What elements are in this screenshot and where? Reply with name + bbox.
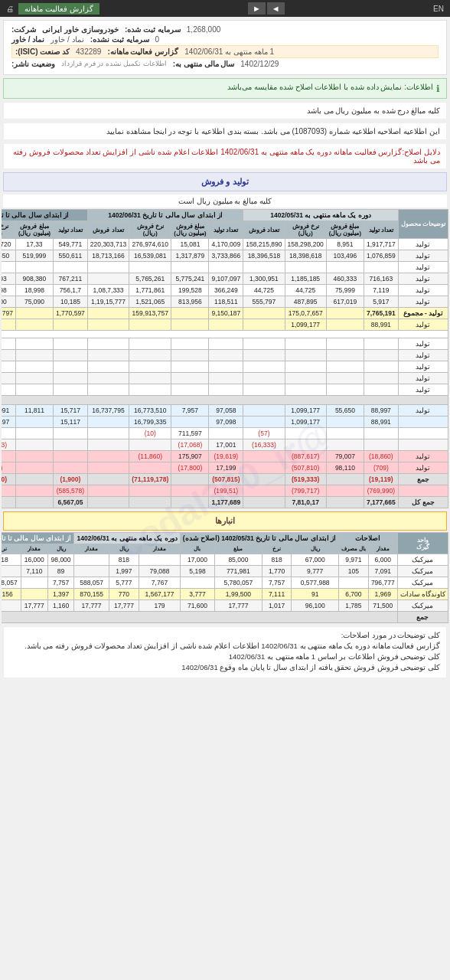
table-row: تولید	[2, 384, 448, 396]
row-type: تولید	[398, 319, 448, 331]
table-row: تولید	[2, 262, 448, 273]
th-count3: تعداد تولید	[54, 221, 88, 239]
th-count2: تعداد تولید	[209, 221, 243, 239]
codex-value: 432289	[76, 47, 101, 56]
fiscal-label: سال مالی منتهی به:	[173, 60, 235, 68]
footer-note-2: گزارس فعالیت ماهانه دوره یک ماهه منتهی ب…	[10, 642, 440, 650]
codex-label: کد صنعت (ISIC):	[15, 47, 70, 56]
table-row: میرکبک 6,0009,971 67,00081885,00017,000 …	[2, 554, 448, 566]
th-prev-amt: مبلغ	[215, 544, 262, 554]
company-name: خودروسازی خاور ایرانی	[42, 25, 119, 34]
nav-prev-button[interactable]: ◄	[267, 2, 285, 15]
col-group-period3: از ابتدای سال مالی تا تاریخ 1402/06/31	[2, 210, 87, 221]
col-type: توضیحات محصول	[398, 210, 448, 239]
period-value: 1 ماهه منتهی به 1402/06/31	[184, 47, 274, 56]
company-info-section: 1,268,000 سرمایه ثبت شده: خودروسازی خاور…	[3, 20, 447, 75]
th-sold2: تعداد فروش	[87, 221, 129, 239]
alert-text: اطلاعات: نمایش داده شده با اطلاعات اصلاح…	[227, 83, 433, 91]
table-row: تولید (709)98,110 (507,810) 17,199(17,80…	[2, 462, 448, 474]
table-row: تولید 1,917,7178,951158,298,200158,215,8…	[2, 239, 448, 250]
th-mon-rial: ریال	[109, 544, 139, 554]
col-unit: واحدگیرک	[397, 533, 448, 554]
section2-title: انبارها	[3, 511, 447, 531]
th-adj-qty: مقدار	[368, 544, 397, 554]
section1-title: تولید و فروش	[3, 172, 447, 191]
table-row-summary: تولید - مجموع 7,765,191175,0,7,657 9,150…	[2, 308, 448, 319]
table-row: کاوندگاه سادات 1,9696,700 917,1111,99,50…	[2, 589, 448, 600]
table-row	[2, 331, 448, 338]
table-row: (769,990) (799,717) (199,51) (585,578)	[2, 485, 448, 497]
table-row: تولید 7,11975,99944,72544,725 366,249199…	[2, 285, 448, 296]
th-count1: تعداد تولید	[364, 221, 398, 239]
row-type: تولید - مجموع	[398, 308, 448, 319]
row-type: تولید	[398, 405, 448, 416]
table-row: (16,333)17,001 (17,068) (16,333)171,001 …	[2, 439, 448, 451]
th-mon-bal: مقدار	[74, 544, 109, 554]
table-row: میرکبک 7,091105 9,7771,770771,9815,198 7…	[2, 566, 448, 577]
footer-notes: کلی توضیحات در مورد اصلاحات: گزارس فعالی…	[3, 626, 447, 678]
row-type	[398, 439, 448, 451]
table-row: میرکبک 796,777 0,577,9887,7575,780,057 7…	[2, 577, 448, 589]
th-rate2: نرخ فروش(ریال)	[129, 221, 171, 239]
table-row	[2, 396, 448, 405]
status-label: وضعیت ناشر:	[11, 60, 55, 68]
logo-icon: 🖨	[6, 5, 14, 13]
th-amount1: مبلغ فروش(میلیون ریال)	[326, 221, 364, 239]
warehouse-table: واحدگیرک اصلاحات از ابتدای سال مالی تا ت…	[2, 532, 448, 623]
warehouse-table-wrap: واحدگیرک اصلاحات از ابتدای سال مالی تا ت…	[2, 532, 448, 623]
footer-note-1: کلی توضیحات در مورد اصلاحات:	[10, 631, 440, 639]
table-row: تولید 88,9911,099,177	[2, 319, 448, 331]
desc3: دلایل اصلاح:گزارس فعالیت ماهانه دوره یک …	[3, 143, 447, 169]
th-prev-rate: نرخ	[262, 544, 292, 554]
revenue2-label: سرمایه ثبت نشده:	[90, 35, 149, 44]
col-period-cur: از ابتدای سال مالی تا تاریخ 1402/06/31	[2, 533, 74, 544]
table-row: (57)711,597 (10) (1,800)7,000 (16,000)(5…	[2, 428, 448, 439]
th-prev-bal: بال	[180, 544, 214, 554]
nav-arrows[interactable]: ◄ ►	[248, 2, 285, 15]
nav-next-button[interactable]: ►	[248, 2, 266, 15]
th-prev-qty: ریال	[292, 544, 339, 554]
code-value: نماد / خاور	[51, 35, 83, 44]
row-type: تولید	[398, 338, 448, 350]
row-type: جمع کل	[398, 497, 448, 508]
th-cur-bal: نرخ	[2, 544, 21, 554]
desc1: کلیه مبالغ درج شده به میلیون ریال می باش…	[3, 102, 447, 119]
row-type	[398, 485, 448, 497]
row-type: تولید	[398, 361, 448, 373]
company-label: شرکت:	[11, 25, 36, 34]
row-type	[398, 428, 448, 439]
table-row: 88,9911,099,177 97,09816,799,335 15,1171…	[2, 416, 448, 428]
th-amount3: مبلغ فروش(میلیون ریال)	[15, 221, 53, 239]
col-group-period2: از ابتدای سال مالی تا تاریخ 1402/06/31	[87, 210, 243, 221]
col-period-prev: از ابتدای سال مالی تا تاریخ 1402/05/31 (…	[180, 533, 338, 544]
row-type: تولید	[398, 285, 448, 296]
col-period-month: دوره یک ماهه منتهی به 1402/06/31	[74, 533, 180, 544]
table-row: تولید 88,99755,6501,099,177 97,0587,9571…	[2, 405, 448, 416]
table-row: تولید	[2, 361, 448, 373]
th-sold1: تعداد فروش	[243, 221, 285, 239]
table-row: تولید	[2, 338, 448, 350]
row-type: تولید	[398, 451, 448, 462]
col-adjust: اصلاحات	[338, 533, 397, 544]
row-type: تولید	[398, 239, 448, 250]
table-row: تولید	[2, 350, 448, 361]
table-row-total: جمع	[2, 612, 448, 623]
row-type: تولید	[398, 273, 448, 285]
th-rate3: نرخ فروش(ریال)	[2, 221, 15, 239]
revenue2-value: 0	[155, 35, 160, 44]
th-cur-qty: مقدار	[21, 544, 47, 554]
alert-box: ℹ اطلاعات: نمایش داده شده با اطلاعات اصل…	[3, 78, 447, 99]
row-type: تولید	[398, 262, 448, 273]
lang-label: EN	[433, 5, 444, 13]
row-type: تولید	[398, 296, 448, 308]
col-group-period1: دوره یک ماهه منتهی به 1402/05/31	[243, 210, 398, 221]
period-label: گزارس فعالیت ماهانه:	[107, 47, 178, 56]
th-rate1: نرخ فروش(ریال)	[285, 221, 326, 239]
th-amount2: مبلغ فروش(میلیون ریال)	[171, 221, 209, 239]
info-icon: ℹ	[436, 83, 440, 94]
row-type: جمع	[398, 474, 448, 485]
revenue-value: 1,268,000	[187, 25, 221, 34]
top-bar: EN ◄ ► گزارش فعالیت ماهانه 🖨	[0, 0, 450, 17]
report-button[interactable]: گزارش فعالیت ماهانه	[18, 3, 99, 15]
footer-note-4: کلی توضیحی فروش فروش تحقق یافته از ابتدا…	[10, 663, 440, 671]
